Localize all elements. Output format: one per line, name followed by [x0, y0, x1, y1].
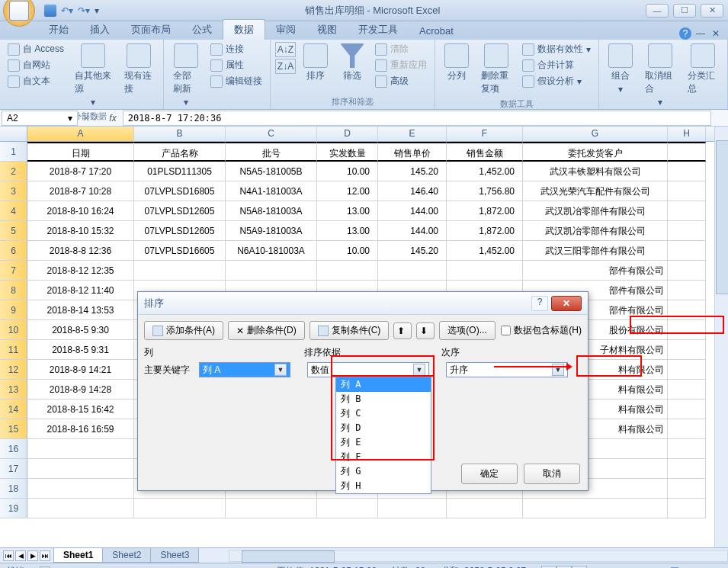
- table-cell[interactable]: 武汉凯冶零部件有限公司: [523, 221, 668, 241]
- view-layout-icon[interactable]: [556, 566, 572, 569]
- table-cell[interactable]: 1,872.00: [447, 201, 523, 221]
- table-cell[interactable]: [378, 261, 447, 281]
- table-cell[interactable]: 2018-8-10 15:32: [27, 221, 134, 241]
- table-cell[interactable]: [226, 261, 317, 281]
- table-cell[interactable]: [134, 261, 226, 281]
- existing-conn-button[interactable]: 现有连接: [120, 42, 159, 97]
- fx-button[interactable]: fx: [103, 113, 122, 124]
- redo-icon[interactable]: ↷▾: [78, 5, 90, 16]
- data-valid-button[interactable]: 数据有效性 ▾: [519, 42, 594, 56]
- table-cell[interactable]: 2018-8-9 14:21: [27, 360, 134, 380]
- tab-acrobat[interactable]: Acrobat: [409, 22, 464, 40]
- row-header[interactable]: 10: [0, 320, 27, 340]
- col-header-b[interactable]: B: [134, 127, 226, 141]
- row-header[interactable]: 7: [0, 261, 27, 281]
- table-cell[interactable]: N4A1-181003A: [226, 181, 317, 201]
- col-header-a[interactable]: A: [27, 127, 134, 141]
- table-cell[interactable]: 2018-8-12 12:35: [27, 261, 134, 281]
- table-cell[interactable]: 2018-8-7 17:20: [27, 162, 134, 181]
- table-cell[interactable]: [27, 459, 134, 479]
- table-cell[interactable]: N6A10-181003A: [226, 241, 317, 261]
- from-access-button[interactable]: 自 Access: [5, 42, 67, 56]
- from-web-button[interactable]: 自网站: [5, 58, 67, 72]
- ungroup-button[interactable]: 取消组合▾: [640, 42, 680, 109]
- table-cell[interactable]: 146.40: [378, 181, 447, 201]
- properties-button[interactable]: 属性: [207, 58, 265, 72]
- vertical-scrollbar[interactable]: [714, 127, 728, 547]
- table-cell[interactable]: 07LVPLSD12605: [134, 201, 226, 221]
- add-level-button[interactable]: 添加条件(A): [144, 321, 223, 340]
- subtotal-button[interactable]: 分类汇总: [683, 42, 723, 97]
- clear-button[interactable]: 清除: [372, 42, 430, 56]
- table-cell[interactable]: [27, 439, 134, 459]
- table-header[interactable]: 销售金额: [447, 142, 523, 162]
- row-header[interactable]: 15: [0, 419, 27, 439]
- help-icon[interactable]: ?: [679, 27, 691, 40]
- row-header[interactable]: 17: [0, 459, 27, 479]
- edit-links-button[interactable]: 编辑链接: [207, 74, 265, 88]
- formula-input[interactable]: 2018-8-7 17:20:36: [123, 111, 711, 126]
- tab-layout[interactable]: 页面布局: [120, 20, 181, 40]
- dropdown-option[interactable]: 列 G: [336, 464, 431, 479]
- name-box[interactable]: A2▾: [2, 111, 78, 126]
- dropdown-option[interactable]: 列 H: [336, 479, 431, 493]
- table-cell[interactable]: 1,452.00: [447, 241, 523, 261]
- copy-level-button[interactable]: 复制条件(C): [309, 321, 390, 340]
- save-icon[interactable]: [44, 5, 56, 17]
- table-cell[interactable]: 2018-8-12 11:40: [27, 281, 134, 300]
- row-header[interactable]: 16: [0, 439, 27, 459]
- sort-order-select[interactable]: 升序▼: [446, 362, 568, 377]
- table-cell[interactable]: 07LVPLSD12605: [134, 221, 226, 241]
- row-header[interactable]: 1: [0, 142, 27, 162]
- table-cell[interactable]: 武汉丰铁塑料有限公司: [523, 162, 668, 181]
- dropdown-option[interactable]: 列 D: [336, 421, 431, 435]
- dropdown-option[interactable]: 列 B: [336, 392, 431, 406]
- minimize-button[interactable]: —: [646, 4, 669, 18]
- select-all-corner[interactable]: [0, 127, 27, 141]
- table-header[interactable]: 产品名称: [134, 142, 226, 162]
- options-button[interactable]: 选项(O)...: [439, 321, 495, 340]
- table-cell[interactable]: [447, 261, 523, 281]
- tab-formulas[interactable]: 公式: [181, 20, 223, 40]
- table-cell[interactable]: [668, 459, 706, 479]
- consolidate-button[interactable]: 合并计算: [519, 58, 594, 72]
- table-cell[interactable]: 2018-8-14 13:53: [27, 300, 134, 320]
- row-header[interactable]: 13: [0, 380, 27, 400]
- table-cell[interactable]: [378, 499, 447, 518]
- tab-view[interactable]: 视图: [306, 20, 348, 40]
- table-cell[interactable]: 10.00: [317, 162, 378, 181]
- table-cell[interactable]: [226, 499, 317, 518]
- table-cell[interactable]: 145.20: [378, 241, 447, 261]
- row-header[interactable]: 8: [0, 281, 27, 300]
- sort-on-select[interactable]: 数值▼: [307, 362, 429, 377]
- table-cell[interactable]: 1,756.80: [447, 181, 523, 201]
- from-text-button[interactable]: 自文本: [5, 74, 67, 88]
- fx-icon[interactable]: ✕ ✓: [79, 113, 103, 124]
- view-normal-icon[interactable]: [541, 566, 556, 569]
- col-header-e[interactable]: E: [378, 127, 447, 141]
- tab-review[interactable]: 审阅: [265, 20, 306, 40]
- table-cell[interactable]: [317, 261, 378, 281]
- close-button[interactable]: ✕: [701, 4, 723, 18]
- table-cell[interactable]: 13.00: [317, 201, 378, 221]
- table-cell[interactable]: 13.00: [317, 221, 378, 241]
- table-cell[interactable]: 2018-8-15 16:42: [27, 400, 134, 419]
- table-cell[interactable]: [447, 499, 523, 518]
- column-dropdown-list[interactable]: 列 A列 B列 C列 D列 E列 F列 G列 H: [335, 377, 431, 494]
- row-header[interactable]: 5: [0, 221, 27, 241]
- view-break-icon[interactable]: [572, 566, 587, 569]
- table-cell[interactable]: 12.00: [317, 181, 378, 201]
- table-cell[interactable]: [317, 499, 378, 518]
- dropdown-option[interactable]: 列 A: [336, 377, 431, 392]
- table-cell[interactable]: N5A8-181003A: [226, 201, 317, 221]
- sheet-prev-icon[interactable]: ◀: [15, 550, 26, 561]
- reapply-button[interactable]: 重新应用: [372, 58, 430, 72]
- table-cell[interactable]: 07LVPLSD16805: [134, 181, 226, 201]
- delete-level-button[interactable]: ✕删除条件(D): [228, 321, 305, 340]
- dropdown-option[interactable]: 列 E: [336, 435, 431, 450]
- sheet-tab-3[interactable]: Sheet3: [150, 548, 199, 563]
- sheet-next-icon[interactable]: ▶: [27, 550, 38, 561]
- row-header[interactable]: 6: [0, 241, 27, 261]
- table-cell[interactable]: N5A9-181003A: [226, 221, 317, 241]
- table-cell[interactable]: [668, 439, 706, 459]
